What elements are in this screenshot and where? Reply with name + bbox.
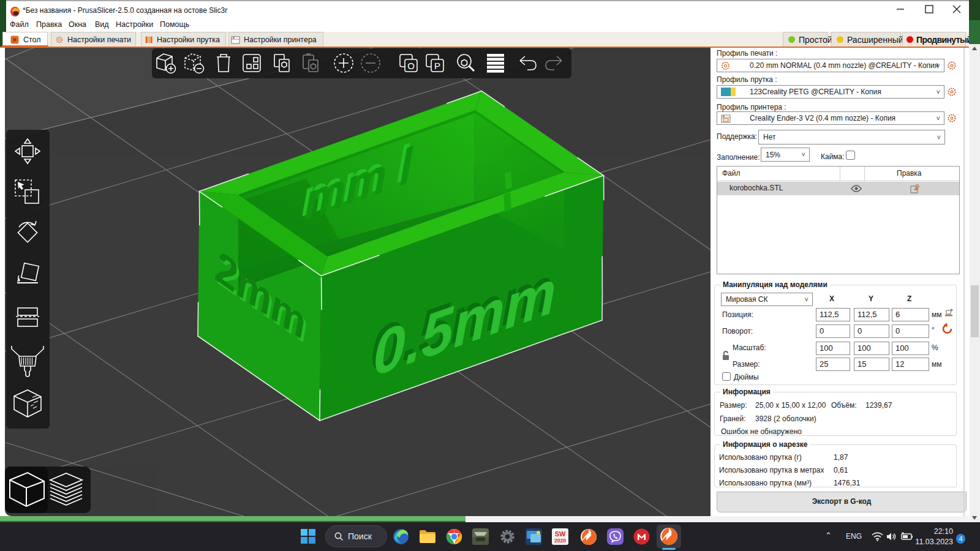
svg-text:SW: SW — [555, 530, 566, 538]
svg-text:2020: 2020 — [554, 538, 566, 544]
svg-text:P: P — [434, 61, 440, 71]
svg-text:O: O — [407, 61, 415, 71]
